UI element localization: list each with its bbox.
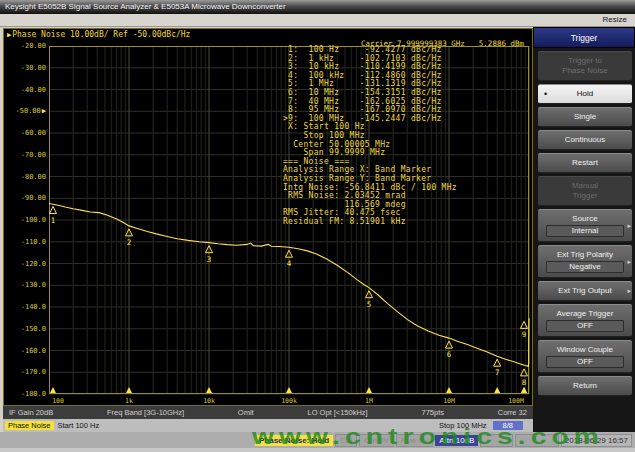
svg-text:1: 1 <box>51 216 56 225</box>
phase-noise-display: ▶Phase Noise 10.00dB/ Ref -50.00dBc/Hz C… <box>3 28 533 406</box>
softkey-trigger-to-phase-noise: Trigger to Phase Noise <box>538 51 632 81</box>
softkey-value: OFF <box>546 356 624 368</box>
svg-text:10k: 10k <box>203 397 215 405</box>
softkey-label: Hold <box>546 89 624 99</box>
clock: 2018-06-29 16:57 <box>561 434 632 447</box>
trace-header: ▶Phase Noise 10.00dB/ Ref -50.00dBc/Hz <box>7 30 190 39</box>
marker-readout-list: 1: 100 Hz -92.4277 dBc/Hz 2: 1 kHz -102.… <box>283 46 457 226</box>
attenuator-badge: Attn 10dB <box>435 435 478 446</box>
y-tick-label: -140.0 <box>6 303 46 311</box>
menu-title: Trigger <box>533 27 635 48</box>
window-bottom-edge <box>0 448 635 452</box>
svg-text:6: 6 <box>447 350 452 359</box>
svg-text:100k: 100k <box>281 397 297 405</box>
svg-text:1k: 1k <box>125 397 133 405</box>
softkey-manual-trigger: Manual Trigger <box>538 176 632 206</box>
svg-text:5: 5 <box>367 300 372 309</box>
selected-bullet-icon: • <box>544 89 547 99</box>
svg-text:2: 2 <box>127 238 132 247</box>
svg-text:9: 9 <box>522 330 527 339</box>
softkey-value: Negative <box>546 261 624 273</box>
softkey-label: Window Couple <box>546 345 624 355</box>
submenu-arrow-icon: ▸ <box>627 221 631 231</box>
y-tick-label: -90.00 <box>6 194 46 202</box>
softkey-window-couple[interactable]: Window CoupleOFF <box>538 340 632 373</box>
svg-text:10M: 10M <box>443 397 455 405</box>
y-tick-label: -60.00 <box>6 129 46 137</box>
cal-indicator: Cal <box>335 434 357 447</box>
softkey-return[interactable]: Return <box>538 376 632 396</box>
svg-text:7: 7 <box>495 368 500 377</box>
correlation-status: Corre 32 <box>498 408 527 417</box>
softkey-label: Continuous <box>546 135 624 145</box>
softkey-restart[interactable]: Restart <box>538 153 632 173</box>
ctrl-voltage-indicator: Ctrl 0V <box>359 434 393 447</box>
svg-text:100: 100 <box>52 397 64 405</box>
submenu-arrow-icon: ▸ <box>627 257 631 267</box>
window-titlebar[interactable]: Keysight E5052B Signal Source Analyzer &… <box>0 0 635 14</box>
status-indicator-box <box>515 434 559 447</box>
softkey-continuous[interactable]: Continuous <box>538 130 632 150</box>
softkey-label: Average Trigger <box>546 309 624 319</box>
sweep-range-bar: Phase Noise Start 100 Hz Stop 100 MHz 8/… <box>3 419 533 432</box>
svg-text:4: 4 <box>287 259 292 268</box>
softkey-ext-trig-polarity[interactable]: Ext Trig PolarityNegative▸ <box>538 245 632 278</box>
average-counter-badge: 8/8 <box>493 421 523 430</box>
softkey-label: Return <box>546 381 624 391</box>
softkey-value: OFF <box>546 320 624 332</box>
mode-badge: Phase Noise <box>5 421 54 430</box>
y-tick-label: -20.00 <box>6 42 46 50</box>
stop-frequency-label: Stop 100 MHz <box>439 421 487 430</box>
trace-scale-label: Phase Noise 10.00dB/ Ref -50.00dBc/Hz <box>12 30 190 39</box>
menu-bar: Resize <box>0 14 635 27</box>
start-frequency-label: Start 100 Hz <box>58 421 100 430</box>
y-tick-label: -40.00 <box>6 86 46 94</box>
softkey-average-trigger[interactable]: Average TriggerOFF <box>538 304 632 337</box>
svg-text:1M: 1M <box>365 397 373 405</box>
softkey-label: Ext Trig Output <box>546 286 624 296</box>
window-title: Keysight E5052B Signal Source Analyzer &… <box>5 2 286 11</box>
softkey-source[interactable]: SourceInternal▸ <box>538 209 632 242</box>
softkey-label: Single <box>546 112 624 122</box>
if-gain-status: IF Gain 20dB <box>9 408 53 417</box>
softkey-label: Trigger to Phase Noise <box>546 56 624 76</box>
softkey-list: Trigger to Phase NoiseHold•SingleContinu… <box>533 48 635 396</box>
power-voltage-indicator: Pow 0V <box>396 434 434 447</box>
points-status: 775pts <box>421 408 444 417</box>
softkey-ext-trig-output[interactable]: Ext Trig Output▸ <box>538 281 632 301</box>
y-tick-label: -70.00 <box>6 151 46 159</box>
softkey-label: Ext Trig Polarity <box>546 250 624 260</box>
active-trace-icon: ▶ <box>7 31 11 39</box>
softkey-hold[interactable]: Hold• <box>538 84 632 104</box>
y-axis-labels: -20.00-30.00-40.00-50.00▶-60.00-70.00-80… <box>4 29 48 405</box>
y-tick-label: -120.0 <box>6 260 46 268</box>
status-indicator-box <box>480 434 513 447</box>
svg-text:3: 3 <box>207 255 212 264</box>
y-tick-label: -100.0 <box>6 216 46 224</box>
carrier-power: 5.2886 dBm <box>479 39 524 48</box>
y-tick-label: -50.00▶ <box>6 107 46 115</box>
y-tick-label: -150.0 <box>6 325 46 333</box>
y-tick-label: -80.00 <box>6 173 46 181</box>
softkey-single[interactable]: Single <box>538 107 632 127</box>
svg-text:100M: 100M <box>508 397 524 405</box>
y-tick-label: -110.0 <box>6 238 46 246</box>
trigger-state-badge: Phase Noise: Hold <box>255 435 333 446</box>
softkey-value: Internal <box>546 225 624 237</box>
omit-status: Omit <box>238 408 254 417</box>
svg-text:8: 8 <box>522 378 527 387</box>
reference-level-icon: ▶ <box>42 107 46 115</box>
freq-band-status: Freq Band [3G-10GHz] <box>107 408 184 417</box>
y-tick-label: -30.00 <box>6 64 46 72</box>
y-tick-label: -170.0 <box>6 368 46 376</box>
softkey-label: Manual Trigger <box>546 181 624 201</box>
app-window: Keysight E5052B Signal Source Analyzer &… <box>0 0 635 452</box>
submenu-arrow-icon: ▸ <box>627 286 631 296</box>
instrument-status-bar: Phase Noise: Hold Cal Ctrl 0V Pow 0V Att… <box>0 432 635 448</box>
y-tick-label: -130.0 <box>6 281 46 289</box>
resize-button[interactable]: Resize <box>603 15 627 24</box>
y-tick-label: -180.0 <box>6 390 46 398</box>
lo-opt-status: LO Opt [<150kHz] <box>307 408 367 417</box>
softkey-label: Source <box>546 214 624 224</box>
softkey-label: Restart <box>546 158 624 168</box>
